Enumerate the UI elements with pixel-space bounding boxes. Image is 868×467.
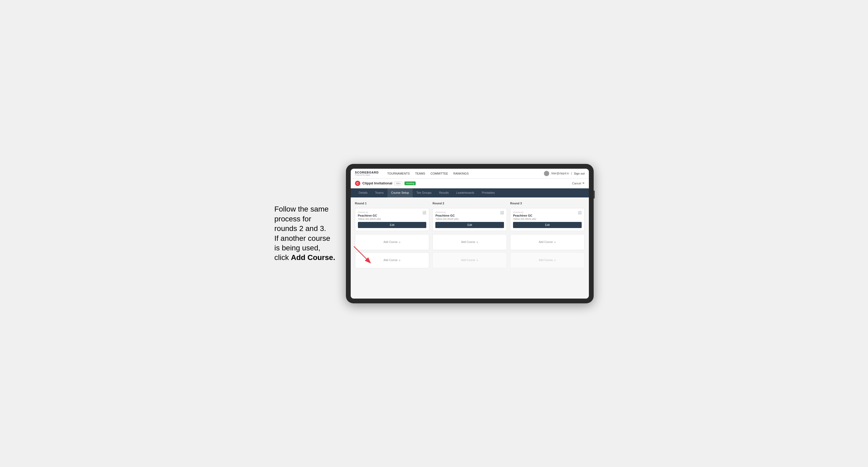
round-2-course-card-header: (Course A) Peachtree GC Yellow (M) (6629… [435,211,504,220]
instruction-line1: Follow the same [274,205,329,213]
nav-teams[interactable]: TEAMS [415,171,425,176]
course-info: (Course A) Peachtree GC Yellow (M) (6629… [358,211,381,220]
tournament-info: C Clippd Invitational Men Hosting [355,181,416,186]
instruction-text: Follow the same process for rounds 2 and… [274,205,335,262]
cancel-x-icon: ✕ [582,182,585,185]
round-1-title: Round 1 [355,202,430,205]
course-details: Yellow (M) (6629 yds) [358,218,381,220]
round-2-column: Round 2 (Course A) Peachtree GC Yellow (… [432,202,507,268]
instruction-line6-bold: Add Course. [291,253,335,261]
instruction-line6-prefix: click [274,253,291,261]
round-3-course-label: (Course A) [513,211,536,213]
tablet-screen: SCOREBOARD Powered by clippd TOURNAMENTS… [351,169,589,299]
add-plus-icon-r2-2: + [475,258,478,262]
logo-text: SCOREBOARD [355,171,379,174]
tournament-gender-badge: Men [394,182,402,185]
tab-printables[interactable]: Printables [478,188,498,197]
add-course-label-r2-1: Add Course [461,241,475,244]
page-wrapper: Follow the same process for rounds 2 and… [274,164,594,303]
tablet-side-button [594,190,595,198]
instruction-line2: process for [274,215,311,223]
round-2-course-details: Yellow (M) (6629 yds) [435,218,459,220]
tab-course-setup[interactable]: Course Setup [388,188,413,197]
round-2-delete-button[interactable]: ⬜ [500,211,504,214]
nav-links: TOURNAMENTS TEAMS COMMITTEE RANKINGS [387,171,537,176]
round-3-course-name: Peachtree GC [513,214,536,217]
instruction-line3: rounds 2 and 3. [274,224,326,232]
tab-leaderboards[interactable]: Leaderboards [453,188,478,197]
sign-out-separator: | [571,172,572,175]
add-plus-icon-r3-1: + [553,240,556,244]
round-2-add-course-1[interactable]: Add Course + [432,234,507,250]
round-1-add-course-1[interactable]: Add Course + [355,234,430,250]
round-2-add-course-2: Add Course + [432,252,507,268]
round-2-title: Round 2 [432,202,507,205]
tab-bar: Details Teams Course Setup Tee Groups Re… [351,188,589,197]
round-3-column: Round 3 (Course A) Peachtree GC Yellow (… [510,202,585,268]
tournament-name: Clippd Invitational [363,181,393,185]
add-plus-icon-r2-1: + [475,240,478,244]
instruction-line4: If another course [274,234,330,242]
round-3-add-course-2: Add Course + [510,252,585,268]
round-3-add-course-1[interactable]: Add Course + [510,234,585,250]
user-avatar [544,171,549,176]
sign-out-link[interactable]: Sign out [574,171,585,176]
user-email: blair@clippd.io [551,172,569,175]
tab-tee-groups[interactable]: Tee Groups [413,188,435,197]
add-course-label-r1-2: Add Course [383,259,398,261]
round-1-course-card: (Course A) Peachtree GC Yellow (M) (6629… [355,208,430,231]
hosting-badge: Hosting [404,182,416,185]
add-course-label-r3-1: Add Course [539,241,553,244]
course-label: (Course A) [358,211,381,213]
round-3-title: Round 3 [510,202,585,205]
nav-right: blair@clippd.io | Sign out [544,171,585,176]
add-course-label-r2-2: Add Course [461,259,475,261]
add-plus-icon-r1-2: + [398,258,401,262]
course-name: Peachtree GC [358,214,381,217]
round-2-course-info: (Course A) Peachtree GC Yellow (M) (6629… [435,211,459,220]
round-2-edit-button[interactable]: Edit [435,222,504,228]
round-1-add-course-2[interactable]: Add Course + [355,252,430,268]
round-2-course-label: (Course A) [435,211,459,213]
round-1-edit-button[interactable]: Edit [358,222,427,228]
round-2-course-name: Peachtree GC [435,214,459,217]
powered-by-text: Powered by clippd [355,174,379,176]
nav-tournaments[interactable]: TOURNAMENTS [387,171,410,176]
cancel-label: Cancel [572,182,581,185]
nav-rankings[interactable]: RANKINGS [454,171,469,176]
round-3-course-info: (Course A) Peachtree GC Yellow (M) (6629… [513,211,536,220]
tab-details[interactable]: Details [355,188,371,197]
round-3-course-card: (Course A) Peachtree GC Yellow (M) (6629… [510,208,585,231]
tab-results[interactable]: Results [435,188,453,197]
nav-committee[interactable]: COMMITTEE [431,171,448,176]
course-card-header: (Course A) Peachtree GC Yellow (M) (6629… [358,211,427,220]
round-3-edit-button[interactable]: Edit [513,222,582,228]
round-3-course-card-header: (Course A) Peachtree GC Yellow (M) (6629… [513,211,582,220]
round-1-column: Round 1 (Course A) Peachtree GC Yellow (… [355,202,430,268]
add-plus-icon-r3-2: + [553,258,556,262]
scoreboard-logo: SCOREBOARD Powered by clippd [355,171,379,176]
cancel-button[interactable]: Cancel ✕ [572,182,585,185]
rounds-grid: Round 1 (Course A) Peachtree GC Yellow (… [355,202,585,268]
round-1-delete-button[interactable]: ⬜ [422,211,426,214]
add-course-label-r3-2: Add Course [539,259,553,261]
round-2-course-card: (Course A) Peachtree GC Yellow (M) (6629… [432,208,507,231]
round-3-delete-button[interactable]: ⬜ [578,211,582,214]
round-3-course-details: Yellow (M) (6629 yds) [513,218,536,220]
instruction-line5: is being used, [274,244,320,252]
top-nav: SCOREBOARD Powered by clippd TOURNAMENTS… [351,169,589,179]
add-course-label-r1-1: Add Course [383,241,398,244]
tablet-frame: SCOREBOARD Powered by clippd TOURNAMENTS… [346,164,594,303]
tournament-c-icon: C [355,181,360,186]
add-plus-icon-r1-1: + [398,240,401,244]
tab-teams[interactable]: Teams [371,188,387,197]
sub-header: C Clippd Invitational Men Hosting Cancel… [351,179,589,188]
main-content: Round 1 (Course A) Peachtree GC Yellow (… [351,197,589,299]
